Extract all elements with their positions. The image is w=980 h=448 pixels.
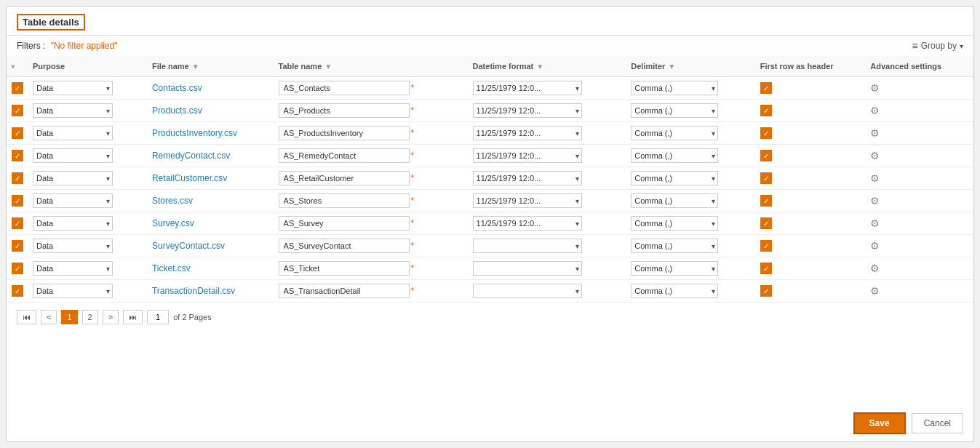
row-6-gear-button[interactable]: ⚙: [870, 217, 880, 229]
row-4-datetime-select[interactable]: 11/25/1979 12:0...: [473, 171, 582, 185]
row-4-tablename-input[interactable]: [279, 171, 410, 185]
row-2-delimiter-select[interactable]: Comma (,): [631, 126, 718, 140]
row-3-firstrow-checkbox[interactable]: ✓: [760, 150, 772, 161]
row-9-tablename-input[interactable]: [279, 284, 410, 298]
row-5-tablename-input[interactable]: [279, 193, 410, 208]
row-9-firstrow-checkbox[interactable]: ✓: [760, 285, 772, 297]
row-7-tablename-input[interactable]: [279, 239, 410, 253]
row-3-advanced-cell: ⚙: [866, 145, 973, 167]
row-8-firstrow-checkbox[interactable]: ✓: [760, 263, 772, 274]
row-8-checkbox[interactable]: ✓: [12, 263, 23, 274]
row-5-datetime-select[interactable]: 11/25/1979 12:0...: [473, 193, 582, 208]
row-0-delimiter-select[interactable]: Comma (,): [631, 81, 718, 95]
row-1-firstrow-checkbox[interactable]: ✓: [760, 105, 772, 116]
row-9-datetime-select[interactable]: [473, 284, 582, 298]
row-3-purpose-select[interactable]: Data: [33, 148, 113, 163]
row-4-purpose-select[interactable]: Data: [33, 171, 113, 185]
row-6-tablename-input[interactable]: [279, 216, 410, 231]
row-1-tablename-input[interactable]: [279, 103, 410, 118]
row-2-tablename-input[interactable]: [279, 126, 410, 140]
row-9-purpose-select[interactable]: Data: [33, 284, 113, 298]
sort-chevron-icon[interactable]: ▾: [11, 63, 15, 71]
row-9-delimiter-select[interactable]: Comma (,): [631, 284, 718, 298]
save-button[interactable]: Save: [853, 412, 906, 434]
row-2-filename-link[interactable]: ProductsInventory.csv: [152, 128, 237, 138]
row-1-delimiter-select[interactable]: Comma (,): [631, 103, 718, 118]
gear-icon: ⚙: [870, 150, 880, 161]
row-0-checkbox[interactable]: ✓: [12, 82, 23, 94]
row-0-filename-link[interactable]: Contacts.csv: [152, 83, 202, 93]
row-9-filename-link[interactable]: TransactionDetail.csv: [152, 286, 235, 296]
pagination-next-button[interactable]: >: [103, 310, 119, 324]
row-1-checkbox[interactable]: ✓: [12, 105, 23, 116]
row-3-delimiter-select[interactable]: Comma (,): [631, 148, 718, 163]
row-1-required-asterisk: *: [411, 105, 415, 116]
tablename-filter-icon[interactable]: ▼: [324, 63, 332, 71]
row-7-delimiter-select[interactable]: Comma (,): [631, 239, 718, 253]
page-number-input[interactable]: [147, 310, 169, 324]
row-7-filename-link[interactable]: SurveyContact.csv: [152, 241, 225, 251]
row-1-datetime-select[interactable]: 11/25/1979 12:0...: [473, 103, 582, 118]
row-1-filename-link[interactable]: Products.csv: [152, 105, 202, 116]
row-7-gear-button[interactable]: ⚙: [870, 240, 880, 252]
row-7-checkbox[interactable]: ✓: [12, 240, 23, 252]
row-1-purpose-select[interactable]: Data: [33, 103, 113, 118]
row-8-gear-button[interactable]: ⚙: [870, 263, 880, 274]
row-4-filename-link[interactable]: RetailCustomer.csv: [152, 173, 227, 183]
row-5-filename-link[interactable]: Stores.csv: [152, 196, 193, 206]
pagination-last-button[interactable]: ⏭: [123, 310, 143, 324]
row-5-purpose-select[interactable]: Data: [33, 193, 113, 208]
row-5-gear-button[interactable]: ⚙: [870, 195, 880, 207]
row-7-purpose-select[interactable]: Data: [33, 239, 113, 253]
group-by-button[interactable]: ≡ Group by ▾: [912, 40, 963, 52]
row-4-gear-button[interactable]: ⚙: [870, 172, 880, 184]
row-7-firstrow-checkbox[interactable]: ✓: [760, 240, 772, 252]
row-2-firstrow-checkbox[interactable]: ✓: [760, 127, 772, 139]
row-6-firstrow-cell: ✓: [756, 212, 867, 235]
row-1-gear-button[interactable]: ⚙: [870, 105, 880, 116]
pagination-page-1-button[interactable]: 1: [61, 310, 77, 324]
row-4-firstrow-checkbox[interactable]: ✓: [760, 172, 772, 184]
row-5-delimiter-select[interactable]: Comma (,): [631, 193, 718, 208]
row-8-purpose-select[interactable]: Data: [33, 261, 113, 276]
row-8-filename-link[interactable]: Ticket.csv: [152, 263, 191, 273]
row-2-datetime-select[interactable]: 11/25/1979 12:0...: [473, 126, 582, 140]
row-8-datetime-select[interactable]: [473, 261, 582, 276]
row-6-delimiter-select[interactable]: Comma (,): [631, 216, 718, 231]
row-0-purpose-select[interactable]: Data: [33, 81, 113, 95]
row-2-advanced-cell: ⚙: [866, 122, 973, 145]
row-2-purpose-select[interactable]: Data: [33, 126, 113, 140]
row-0-firstrow-checkbox[interactable]: ✓: [760, 82, 772, 94]
cancel-button[interactable]: Cancel: [912, 413, 963, 433]
row-4-delimiter-select[interactable]: Comma (,): [631, 171, 718, 185]
pagination-prev-button[interactable]: <: [41, 310, 57, 324]
row-3-datetime-select[interactable]: 11/25/1979 12:0...: [473, 148, 582, 163]
row-0-gear-button[interactable]: ⚙: [870, 82, 880, 94]
row-3-gear-button[interactable]: ⚙: [870, 150, 880, 161]
pagination-page-2-button[interactable]: 2: [82, 310, 98, 324]
row-7-datetime-select[interactable]: [473, 239, 582, 253]
row-8-tablename-input[interactable]: [279, 261, 410, 276]
row-6-firstrow-checkbox[interactable]: ✓: [760, 217, 772, 229]
row-3-checkbox[interactable]: ✓: [12, 150, 23, 161]
row-9-checkbox[interactable]: ✓: [12, 285, 23, 297]
datetime-filter-icon[interactable]: ▼: [536, 63, 543, 71]
filename-filter-icon[interactable]: ▼: [192, 63, 199, 71]
delimiter-filter-icon[interactable]: ▼: [668, 63, 675, 71]
row-5-firstrow-checkbox[interactable]: ✓: [760, 195, 772, 207]
row-5-checkbox[interactable]: ✓: [12, 195, 23, 207]
row-6-filename-link[interactable]: Survey.csv: [152, 218, 194, 228]
row-9-gear-button[interactable]: ⚙: [870, 285, 880, 297]
row-0-datetime-select[interactable]: 11/25/1979 12:0...: [473, 81, 582, 95]
row-2-checkbox[interactable]: ✓: [12, 127, 23, 139]
row-3-filename-link[interactable]: RemedyContact.csv: [152, 151, 230, 161]
row-0-tablename-input[interactable]: [279, 81, 410, 95]
row-3-tablename-input[interactable]: [279, 148, 410, 163]
row-2-gear-button[interactable]: ⚙: [870, 127, 880, 139]
row-6-checkbox[interactable]: ✓: [12, 217, 23, 229]
row-4-checkbox[interactable]: ✓: [12, 172, 23, 184]
row-8-delimiter-select[interactable]: Comma (,): [631, 261, 718, 276]
row-6-purpose-select[interactable]: Data: [33, 216, 113, 231]
row-6-datetime-select[interactable]: 11/25/1979 12:0...: [473, 216, 582, 231]
pagination-first-button[interactable]: ⏮: [17, 310, 36, 324]
